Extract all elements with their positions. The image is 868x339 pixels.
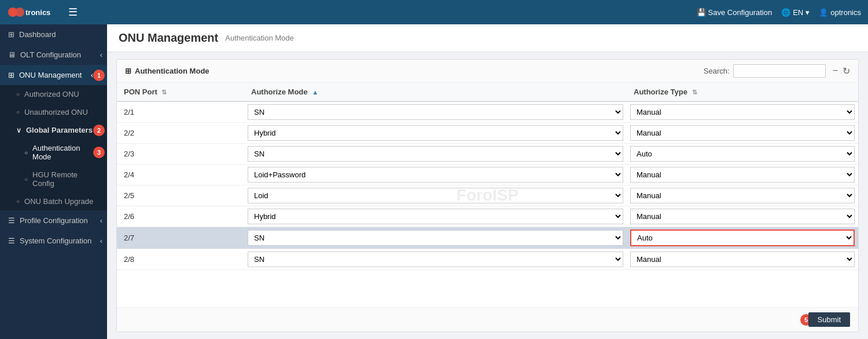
table-row: 2/7SNHybridLoid+PasswordLoidPasswordManu… <box>117 227 858 249</box>
sidebar-item-label: Unauthorized ONU <box>24 108 88 116</box>
sidebar-item-dashboard[interactable]: ⊞ Dashboard <box>0 24 107 45</box>
table-row: 2/1SNHybridLoid+PasswordLoidPasswordManu… <box>117 101 858 123</box>
content-area: ONU Management Authentication Mode ⊞ Aut… <box>107 24 868 339</box>
pon-port-cell: 2/1 <box>117 101 244 123</box>
chevron-down-icon: ▾ <box>806 8 810 17</box>
search-area: Search: <box>704 64 826 78</box>
sidebar-item-global-params[interactable]: ∨ Global Parameters 2 <box>0 121 107 139</box>
authorize-mode-select[interactable]: SNHybridLoid+PasswordLoidPassword <box>248 167 623 183</box>
authorize-type-sort-icon: ⇅ <box>692 89 697 96</box>
authorize-type-select[interactable]: ManualAuto <box>630 209 855 224</box>
search-input[interactable] <box>733 64 826 78</box>
authorize-mode-select[interactable]: SNHybridLoid+PasswordLoidPassword <box>248 146 623 162</box>
save-icon: 💾 <box>697 8 706 17</box>
pon-port-header[interactable]: PON Port ⇅ <box>117 83 244 101</box>
hamburger-icon[interactable]: ☰ <box>68 6 78 19</box>
refresh-button[interactable]: ↻ <box>843 65 850 76</box>
table-row: 2/4SNHybridLoid+PasswordLoidPasswordManu… <box>117 165 858 185</box>
authorize-type-cell[interactable]: ManualAuto4 <box>627 227 858 249</box>
authorize-mode-cell[interactable]: SNHybridLoid+PasswordLoidPassword <box>244 185 627 206</box>
sidebar-item-onu-mgmt[interactable]: ⊞ ONU Management ‹ 1 <box>0 65 107 85</box>
profile-icon: ☰ <box>8 216 15 225</box>
language-label: EN <box>793 8 803 17</box>
authorize-type-cell[interactable]: ManualAuto <box>627 206 858 227</box>
submit-button[interactable]: Submit <box>808 312 850 327</box>
globe-icon: 🌐 <box>781 8 790 17</box>
sidebar-item-hgu-remote[interactable]: ○ HGU Remote Config <box>0 166 107 192</box>
authorize-mode-cell[interactable]: SNHybridLoid+PasswordLoidPassword <box>244 227 627 249</box>
authorize-mode-sort-icon: ▲ <box>312 89 318 96</box>
sidebar-item-unauthorized-onu[interactable]: ○ Unauthorized ONU <box>0 103 107 121</box>
authorize-type-select[interactable]: ManualAuto <box>630 188 855 203</box>
authorize-type-select[interactable]: ManualAuto <box>630 104 855 120</box>
sidebar-item-label: Authorized ONU <box>24 90 79 99</box>
authorize-type-select[interactable]: ManualAuto <box>630 251 855 267</box>
sidebar-item-system-config[interactable]: ☰ System Configuration ‹ <box>0 231 107 251</box>
authorize-mode-cell[interactable]: SNHybridLoid+PasswordLoidPassword <box>244 144 627 165</box>
save-config-button[interactable]: 💾 Save Configuration <box>697 8 773 17</box>
sidebar-item-auth-mode[interactable]: ○ Authentication Mode 3 <box>0 139 107 166</box>
authorize-mode-select[interactable]: SNHybridLoid+PasswordLoidPassword <box>248 230 623 246</box>
pon-port-sort-icon: ⇅ <box>161 89 167 96</box>
card-title: ⊞ Authentication Mode <box>125 67 209 75</box>
pon-port-cell: 2/7 <box>117 227 244 249</box>
system-chevron-icon: ‹ <box>100 236 102 245</box>
pon-port-cell: 2/6 <box>117 206 244 227</box>
circle-icon: ○ <box>24 176 28 183</box>
authorize-mode-cell[interactable]: SNHybridLoid+PasswordLoidPassword <box>244 101 627 123</box>
authorize-mode-cell[interactable]: SNHybridLoid+PasswordLoidPassword <box>244 123 627 144</box>
circle-icon: ○ <box>16 198 20 205</box>
authorize-type-select[interactable]: ManualAuto <box>630 125 855 141</box>
authorize-type-cell[interactable]: ManualAuto <box>627 144 858 165</box>
sidebar-item-authorized-onu[interactable]: ○ Authorized ONU <box>0 85 107 103</box>
minimize-button[interactable]: − <box>833 65 838 76</box>
authorize-mode-select[interactable]: SNHybridLoid+PasswordLoidPassword <box>248 104 623 120</box>
card-footer: 5 Submit <box>117 307 858 331</box>
authorize-type-cell[interactable]: ManualAuto <box>627 185 858 206</box>
pon-port-cell: 2/2 <box>117 123 244 144</box>
authorize-mode-select[interactable]: SNHybridLoid+PasswordLoidPassword <box>248 209 623 224</box>
language-button[interactable]: 🌐 EN ▾ <box>781 8 810 17</box>
sidebar-item-label: System Configuration <box>20 236 91 245</box>
pon-port-cell: 2/5 <box>117 185 244 206</box>
circle-icon: ○ <box>24 150 28 156</box>
authorize-type-header[interactable]: Authorize Type ⇅ <box>627 83 858 101</box>
authorize-type-cell[interactable]: ManualAuto <box>627 101 858 123</box>
svg-text:tronics: tronics <box>25 8 50 17</box>
badge-1: 1 <box>93 70 105 81</box>
table-wrapper: ForoISP PON Port ⇅ Authorize Mode ▲ <box>117 83 858 307</box>
sidebar-item-profile-config[interactable]: ☰ Profile Configuration ‹ <box>0 210 107 231</box>
sidebar-item-label: ONU Management <box>19 71 82 79</box>
authorize-type-select[interactable]: ManualAuto <box>630 167 855 183</box>
sidebar-item-olt-config[interactable]: 🖥 OLT Configuration ‹ <box>0 45 107 65</box>
card-header: ⊞ Authentication Mode Search: − ↻ <box>117 60 858 83</box>
sidebar-item-onu-batch[interactable]: ○ ONU Batch Upgrade <box>0 192 107 210</box>
sidebar-item-label: Global Parameters <box>26 126 93 134</box>
circle-icon: ○ <box>16 91 20 97</box>
pon-port-cell: 2/8 <box>117 249 244 270</box>
auth-mode-table: PON Port ⇅ Authorize Mode ▲ Authorize Ty… <box>117 83 858 270</box>
authorize-mode-cell[interactable]: SNHybridLoid+PasswordLoidPassword <box>244 249 627 270</box>
authorize-type-select[interactable]: ManualAuto <box>630 229 855 246</box>
authorize-type-cell[interactable]: ManualAuto <box>627 123 858 144</box>
olt-chevron-icon: ‹ <box>100 50 102 59</box>
authorize-mode-select[interactable]: SNHybridLoid+PasswordLoidPassword <box>248 188 623 203</box>
table-icon: ⊞ <box>125 67 131 75</box>
authorize-mode-header[interactable]: Authorize Mode ▲ <box>244 83 627 101</box>
authorize-mode-select[interactable]: SNHybridLoid+PasswordLoidPassword <box>248 125 623 141</box>
pon-port-cell: 2/4 <box>117 165 244 185</box>
user-icon: 👤 <box>819 8 828 17</box>
user-button[interactable]: 👤 optronics <box>819 8 861 17</box>
table-row: 2/6SNHybridLoid+PasswordLoidPasswordManu… <box>117 206 858 227</box>
system-icon: ☰ <box>8 236 15 245</box>
authorize-mode-cell[interactable]: SNHybridLoid+PasswordLoidPassword <box>244 206 627 227</box>
authorize-mode-select[interactable]: SNHybridLoid+PasswordLoidPassword <box>248 251 623 267</box>
sidebar-item-label: Dashboard <box>19 30 56 39</box>
authorize-type-select[interactable]: ManualAuto <box>630 146 855 162</box>
profile-chevron-icon: ‹ <box>100 216 102 225</box>
search-label: Search: <box>704 67 730 75</box>
authorize-type-cell[interactable]: ManualAuto <box>627 249 858 270</box>
table-row: 2/2SNHybridLoid+PasswordLoidPasswordManu… <box>117 123 858 144</box>
authorize-mode-cell[interactable]: SNHybridLoid+PasswordLoidPassword <box>244 165 627 185</box>
authorize-type-cell[interactable]: ManualAuto <box>627 165 858 185</box>
